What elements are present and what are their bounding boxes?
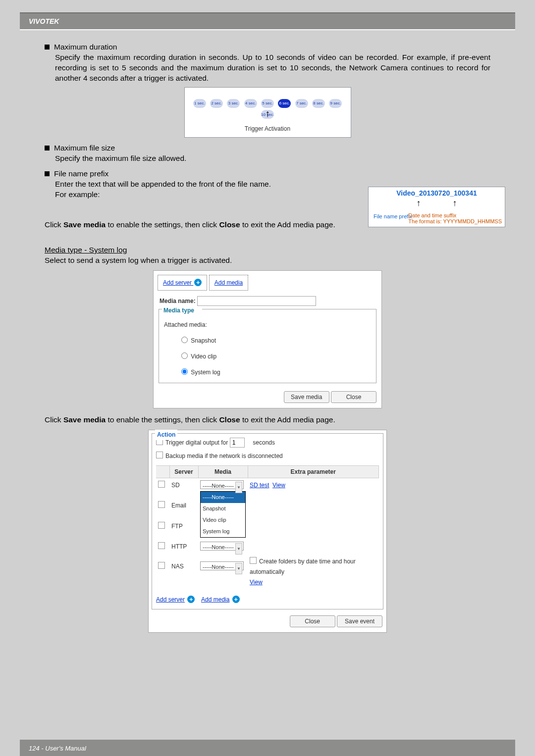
radio-videoclip[interactable]: Video clip — [179, 351, 371, 362]
media-type-desc: Select to send a system log when a trigg… — [45, 255, 490, 265]
dd-videoclip[interactable]: Video clip — [201, 514, 245, 526]
tab-strip: Add server + Add media — [154, 271, 381, 290]
up-arrow-icon: ↑ — [416, 198, 421, 208]
plus-icon: + — [187, 596, 195, 603]
action-table: Server Media Extra parameter SD -----Non… — [156, 465, 379, 590]
sec-9: 9 sec. — [329, 99, 342, 108]
sec-5: 5 sec. — [261, 99, 274, 108]
main-content: Maximum duration Specify the maximum rec… — [45, 42, 490, 633]
trigger-diagram: 1 sec. 2 sec. 3 sec. 4 sec. 5 sec. 6 sec… — [184, 87, 351, 138]
th-extra: Extra parameter — [248, 466, 379, 478]
bullet-title: Maximum duration — [54, 43, 117, 51]
bullet-max-duration: Maximum duration Specify the maximum rec… — [45, 42, 490, 83]
up-arrow-icon: ↑ — [453, 198, 457, 208]
trigger-caption: Trigger Activation — [185, 124, 351, 134]
trigger-do-value[interactable] — [230, 438, 245, 448]
radio-systemlog[interactable]: System log — [179, 367, 371, 378]
media-name-input[interactable] — [197, 296, 316, 306]
sd-test-link[interactable]: SD test — [250, 482, 269, 489]
dd-none[interactable]: -----None----- — [201, 492, 245, 503]
filename-example-title: Video_20130720_100341 — [369, 189, 505, 197]
bullet-desc: Specify the maximum file size allowed. — [55, 153, 490, 163]
sec-6-active: 6 sec. — [278, 99, 291, 108]
sec-4: 4 sec. — [244, 99, 257, 108]
row-http: HTTP -----None----- — [156, 540, 379, 554]
sec-3: 3 sec. — [227, 99, 240, 108]
sec-7: 7 sec. — [295, 99, 308, 108]
dd-systemlog[interactable]: System log — [201, 526, 245, 537]
tab-add-media[interactable]: Add media — [209, 275, 248, 291]
checkbox-sd[interactable] — [158, 481, 165, 488]
media-dropdown-open[interactable]: -----None----- Snapshot Video clip Syste… — [200, 491, 246, 538]
th-server: Server — [169, 466, 198, 478]
backup-row: Backup media if the network is disconnec… — [156, 451, 379, 461]
page-footer-text: 124 - User's Manual — [29, 745, 86, 752]
sec-8: 8 sec. — [312, 99, 325, 108]
up-arrow-icon: ↑ — [265, 108, 270, 119]
add-server-link[interactable]: Add server — [156, 596, 185, 603]
bullet-icon — [45, 146, 50, 151]
checkbox-backup[interactable] — [156, 452, 163, 458]
filename-suffix-label: Date and time suffix The format is: YYYY… — [408, 212, 502, 224]
fieldset-legend: Media type — [162, 305, 202, 316]
bullet-desc: Enter the text that will be appended to … — [55, 179, 302, 189]
media-type-heading: Media type - System log — [45, 245, 490, 255]
checkbox-nas-folders[interactable] — [250, 557, 257, 564]
checkbox-email[interactable] — [158, 501, 165, 508]
bullet-desc: Specify the maximum recording duration i… — [55, 52, 490, 83]
th-media: Media — [198, 466, 248, 478]
save-close-text-2: Click Save media to enable the settings,… — [45, 414, 490, 425]
sd-view-link[interactable]: View — [272, 482, 285, 489]
bullet-file-prefix: File name prefix Enter the text that wil… — [45, 168, 302, 200]
media-dialog: Add server + Add media Media name: Media… — [153, 270, 382, 408]
add-media-link[interactable]: Add media — [201, 596, 229, 603]
save-media-button[interactable]: Save media — [284, 391, 329, 403]
brand-text: VIVOTEK — [29, 17, 59, 25]
sd-media-select[interactable]: -----None----- — [200, 480, 244, 489]
plus-icon: + — [194, 279, 202, 286]
bullet-icon — [45, 45, 50, 50]
row-nas: NAS -----None----- Create folders by dat… — [156, 554, 379, 590]
bullet-desc-2: For example: — [55, 189, 302, 200]
attached-media-label: Attached media: — [164, 320, 371, 330]
bullet-title: File name prefix — [54, 169, 108, 178]
http-media-select[interactable]: -----None----- — [200, 542, 244, 551]
save-event-button[interactable]: Save event — [337, 615, 382, 627]
bullet-icon — [45, 171, 50, 176]
row-ftp: FTP — [156, 519, 379, 540]
dialog-button-row: Save media Close — [154, 388, 381, 408]
close-button[interactable]: Close — [290, 615, 335, 627]
media-type-fieldset: Media type Attached media: Snapshot Vide… — [159, 309, 376, 383]
nas-media-select[interactable]: -----None----- — [200, 561, 244, 570]
sec-1: 1 sec. — [193, 99, 206, 108]
action-legend: Action — [155, 430, 177, 440]
checkbox-ftp[interactable] — [158, 522, 165, 529]
nas-view-link[interactable]: View — [250, 579, 263, 586]
bullet-max-file-size: Maximum file size Specify the maximum fi… — [45, 143, 490, 163]
media-name-label: Media name: — [160, 298, 196, 304]
row-sd: SD -----None----- -----None----- Snapsho… — [156, 478, 379, 499]
tab-add-server[interactable]: Add server + — [158, 275, 207, 291]
footer-bar: 124 - User's Manual — [20, 740, 515, 756]
header-bar: VIVOTEK — [20, 12, 515, 29]
dd-snapshot[interactable]: Snapshot — [201, 503, 245, 514]
radio-snapshot[interactable]: Snapshot — [179, 335, 371, 346]
sec-2: 2 sec. — [210, 99, 223, 108]
row-email: Email — [156, 499, 379, 519]
trigger-do-row: Trigger digital output for seconds — [156, 438, 379, 448]
filename-example-box: Video_20130720_100341 ↑ ↑ File name pref… — [368, 187, 505, 227]
header-separator — [20, 29, 515, 31]
filename-prefix-label: File name prefix — [374, 213, 412, 219]
close-button[interactable]: Close — [331, 391, 376, 403]
action-dialog: Action Trigger digital output for second… — [148, 430, 387, 633]
checkbox-nas[interactable] — [158, 562, 165, 569]
bullet-title: Maximum file size — [54, 144, 115, 152]
checkbox-http[interactable] — [158, 542, 165, 549]
plus-icon: + — [232, 596, 240, 603]
